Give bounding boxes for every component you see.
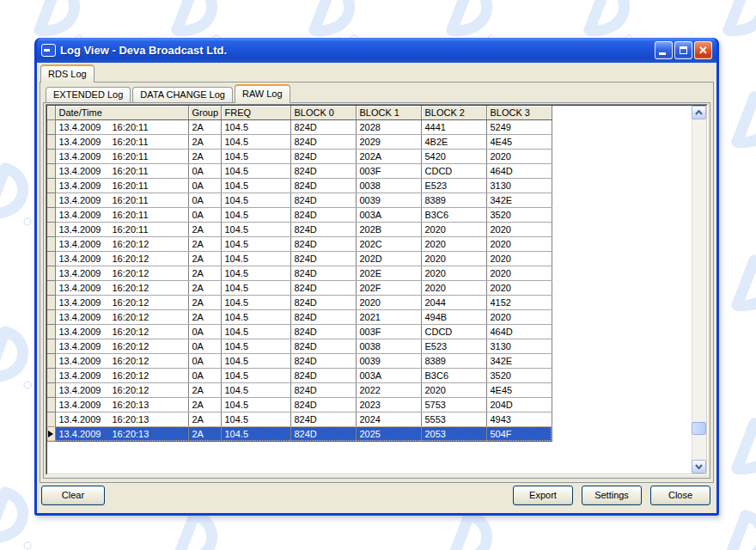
chevron-up-icon — [695, 110, 703, 115]
cell-group: 2A — [188, 426, 221, 441]
minimize-button[interactable] — [655, 41, 673, 59]
row-selector-cell[interactable] — [47, 309, 55, 324]
cell-datetime: 13.4.200916:20:13 — [55, 412, 188, 426]
cell-block1: 2021 — [356, 309, 421, 324]
cell-datetime: 13.4.200916:20:11 — [55, 134, 188, 149]
table-row[interactable]: 13.4.200916:20:122A104.5824D202E20202020 — [47, 266, 552, 280]
close-button[interactable]: Close — [650, 486, 710, 505]
scroll-up-button[interactable] — [692, 106, 706, 119]
table-row[interactable]: 13.4.200916:20:122A104.5824D202D20202020 — [47, 251, 552, 266]
chevron-down-icon — [695, 464, 703, 469]
row-selector-cell[interactable] — [47, 280, 55, 295]
row-selector-cell[interactable] — [47, 207, 55, 222]
deva-logo-watermark — [723, 254, 756, 324]
row-selector-cell[interactable] — [47, 119, 55, 134]
cell-datetime: 13.4.200916:20:11 — [55, 149, 188, 163]
cell-block0: 824D — [290, 163, 356, 178]
row-selector-cell[interactable] — [47, 178, 55, 192]
tab-extended-log[interactable]: EXTENDED Log — [46, 87, 131, 102]
cell-datetime: 13.4.200916:20:12 — [55, 353, 188, 368]
cell-freq: 104.5 — [221, 236, 290, 251]
deva-logo-watermark — [0, 325, 39, 395]
table-row[interactable]: 13.4.200916:20:112A104.5824D202B20202020 — [47, 222, 552, 236]
table-row[interactable]: 13.4.200916:20:120A104.5824D00398389342E — [47, 353, 552, 368]
cell-block1: 003F — [356, 163, 421, 178]
row-selector-cell[interactable] — [47, 266, 55, 280]
table-row[interactable]: 13.4.200916:20:110A104.5824D003FCDCD464D — [47, 163, 552, 178]
column-header: Date/Time — [55, 106, 188, 119]
cell-group: 2A — [188, 280, 221, 295]
cell-group: 0A — [188, 207, 221, 222]
table-row[interactable]: 13.4.200916:20:110A104.5824D00398389342E — [47, 192, 552, 207]
table-row[interactable]: 13.4.200916:20:132A104.5824D20252053504F — [47, 426, 552, 441]
close-window-button[interactable]: ✕ — [694, 41, 712, 59]
row-selector-cell[interactable] — [47, 222, 55, 236]
row-selector-cell[interactable] — [47, 368, 55, 382]
row-selector-cell[interactable] — [47, 192, 55, 207]
row-selector-cell[interactable] — [47, 251, 55, 266]
vertical-scrollbar[interactable] — [692, 106, 706, 474]
tab-data-change-log[interactable]: DATA CHANGE Log — [132, 87, 233, 102]
row-selector-cell[interactable] — [47, 397, 55, 412]
deva-logo-watermark — [0, 162, 39, 232]
table-row[interactable]: 13.4.200916:20:110A104.5824D0038E5233130 — [47, 178, 552, 192]
cell-block1: 202A — [356, 149, 421, 163]
row-selector-cell[interactable] — [47, 163, 55, 178]
table-row[interactable]: 13.4.200916:20:112A104.5824D202A54202020 — [47, 149, 552, 163]
cell-freq: 104.5 — [221, 178, 290, 192]
cell-block0: 824D — [290, 236, 356, 251]
cell-block0: 824D — [290, 295, 356, 309]
table-row[interactable]: 13.4.200916:20:132A104.5824D202455534943 — [47, 412, 552, 426]
clear-button[interactable]: Clear — [41, 486, 105, 505]
row-selector-cell[interactable] — [47, 382, 55, 397]
cell-block0: 824D — [290, 192, 356, 207]
cell-freq: 104.5 — [221, 119, 290, 134]
window-icon — [41, 44, 56, 57]
cell-datetime: 13.4.200916:20:12 — [55, 295, 188, 309]
row-selector-cell[interactable] — [47, 324, 55, 339]
table-row[interactable]: 13.4.200916:20:112A104.5824D20294B2E4E45 — [47, 134, 552, 149]
cell-freq: 104.5 — [221, 339, 290, 353]
cell-freq: 104.5 — [221, 134, 290, 149]
maximize-button[interactable] — [674, 41, 692, 59]
cell-block0: 824D — [290, 178, 356, 192]
row-selector-cell[interactable] — [47, 236, 55, 251]
table-row[interactable]: 13.4.200916:20:122A104.5824D202220204E45 — [47, 382, 552, 397]
cell-group: 0A — [188, 163, 221, 178]
tab-rds-log[interactable]: RDS Log — [40, 64, 94, 82]
settings-button[interactable]: Settings — [582, 486, 642, 505]
export-button[interactable]: Export — [513, 486, 573, 505]
cell-datetime: 13.4.200916:20:11 — [55, 163, 188, 178]
table-row[interactable]: 13.4.200916:20:122A104.5824D202C20202020 — [47, 236, 552, 251]
table-row[interactable]: 13.4.200916:20:122A104.5824D202F20202020 — [47, 280, 552, 295]
table-row[interactable]: 13.4.200916:20:120A104.5824D003FCDCD464D — [47, 324, 552, 339]
title-bar[interactable]: Log View - Deva Broadcast Ltd. ✕ — [37, 38, 716, 63]
row-selector-cell[interactable] — [47, 339, 55, 353]
scrollbar-thumb[interactable] — [692, 422, 706, 435]
row-selector-cell[interactable] — [47, 134, 55, 149]
table-row[interactable]: 13.4.200916:20:122A104.5824D2021494B2020 — [47, 309, 552, 324]
cell-block2: E523 — [421, 339, 486, 353]
table-row[interactable]: 13.4.200916:20:132A104.5824D20235753204D — [47, 397, 552, 412]
cell-block0: 824D — [290, 222, 356, 236]
cell-group: 2A — [188, 382, 221, 397]
row-selector-cell[interactable] — [47, 426, 55, 441]
table-row[interactable]: 13.4.200916:20:120A104.5824D0038E5233130 — [47, 339, 552, 353]
cell-block0: 824D — [290, 251, 356, 266]
cell-block1: 2024 — [356, 412, 421, 426]
table-row[interactable]: 13.4.200916:20:110A104.5824D003AB3C63520 — [47, 207, 552, 222]
table-row[interactable]: 13.4.200916:20:112A104.5824D202844415249 — [47, 119, 552, 134]
row-selector-cell[interactable] — [47, 353, 55, 368]
row-selector-cell[interactable] — [47, 295, 55, 309]
row-selector-cell[interactable] — [47, 149, 55, 163]
table-row[interactable]: 13.4.200916:20:122A104.5824D202020444152 — [47, 295, 552, 309]
cell-block2: 2020 — [421, 222, 486, 236]
log-table: Date/TimeGroupFREQBLOCK 0BLOCK 1BLOCK 2B… — [47, 106, 552, 442]
cell-block2: 2020 — [421, 280, 486, 295]
table-row[interactable]: 13.4.200916:20:120A104.5824D003AB3C63520 — [47, 368, 552, 382]
cell-block2: 2020 — [421, 251, 486, 266]
row-selector-cell[interactable] — [47, 412, 55, 426]
scroll-down-button[interactable] — [692, 460, 706, 474]
tab-raw-log[interactable]: RAW Log — [235, 84, 290, 103]
cell-freq: 104.5 — [221, 382, 290, 397]
